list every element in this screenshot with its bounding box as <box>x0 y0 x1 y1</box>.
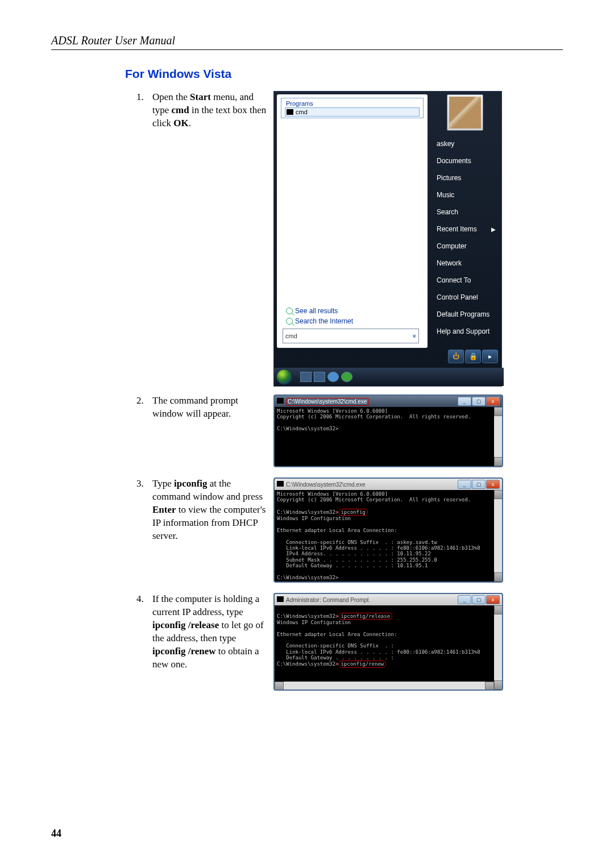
start-right-item[interactable]: Search <box>432 203 498 221</box>
taskbar-icon[interactable] <box>314 372 325 382</box>
search-icon <box>286 318 293 325</box>
start-right-item[interactable]: Connect To <box>432 272 498 289</box>
search-value: cmd <box>285 333 297 339</box>
start-search-box[interactable]: cmd × <box>283 329 419 343</box>
step-number: 1. <box>136 91 152 104</box>
start-right-item[interactable]: Network <box>432 255 498 272</box>
close-button[interactable]: x <box>486 595 500 604</box>
search-the-internet[interactable]: Search the Internet <box>286 317 353 325</box>
step-text: If the computer is holding a current IP … <box>152 593 273 671</box>
scrollbar-vertical[interactable] <box>494 490 502 582</box>
window-title: C:\Windows\system32\cmd.exe <box>286 398 369 406</box>
scrollbar-vertical[interactable] <box>494 605 502 690</box>
scrollbar-vertical[interactable] <box>494 407 502 466</box>
cmd-icon <box>287 109 293 115</box>
start-right-item[interactable]: Default Programs <box>432 306 498 323</box>
cmd-window-screenshot: Administrator: Command Prompt _▢x C:\Win… <box>273 593 503 691</box>
step-number: 3. <box>136 477 152 491</box>
section-title: For Windows Vista <box>125 67 563 81</box>
maximize-button[interactable]: ▢ <box>472 397 486 406</box>
cmd-icon <box>277 481 284 487</box>
page-header: ADSL Router User Manual <box>51 34 563 47</box>
step-text: Type ipconfig at the command window and … <box>152 477 273 543</box>
scrollbar-horizontal[interactable] <box>275 682 494 690</box>
close-button[interactable]: x <box>486 480 500 489</box>
maximize-button[interactable]: ▢ <box>472 595 486 604</box>
start-right-item[interactable]: Recent Items▶ <box>432 221 498 238</box>
ie-icon[interactable] <box>327 372 339 382</box>
cmd-output: C:\Windows\system32>ipconfig/release Win… <box>275 605 502 682</box>
page-number: 44 <box>51 828 61 840</box>
start-right-item[interactable]: Pictures <box>432 169 498 186</box>
shutdown-options-button[interactable]: ▸ <box>482 350 498 363</box>
programs-label: Programs <box>285 100 420 107</box>
cmd-output: Microsoft Windows [Version 6.0.6000] Cop… <box>275 407 502 466</box>
maximize-button[interactable]: ▢ <box>472 480 486 489</box>
start-right-item[interactable]: askey <box>432 135 498 152</box>
cmd-window-screenshot: C:\Windows\system32\cmd.exe _▢x Microsof… <box>273 477 503 583</box>
search-icon <box>286 308 293 314</box>
minimize-button[interactable]: _ <box>458 595 471 604</box>
close-button[interactable]: x <box>486 397 500 406</box>
step-number: 4. <box>136 593 152 606</box>
start-right-item[interactable]: Computer <box>432 238 498 255</box>
minimize-button[interactable]: _ <box>458 397 471 406</box>
window-title: C:\Windows\system32\cmd.exe <box>286 481 366 488</box>
minimize-button[interactable]: _ <box>458 480 471 489</box>
cmd-icon <box>277 596 284 602</box>
clear-search-icon[interactable]: × <box>413 333 416 339</box>
user-picture <box>449 97 481 128</box>
cmd-search-result[interactable]: cmd <box>285 107 420 117</box>
taskbar-icon[interactable] <box>300 372 312 382</box>
cmd-result-label: cmd <box>296 109 308 115</box>
step-text: The command prompt window will appear. <box>152 394 273 421</box>
user-picture-frame[interactable] <box>447 94 483 131</box>
see-all-results[interactable]: See all results <box>286 307 338 315</box>
power-button[interactable]: ⏻ <box>448 350 464 363</box>
cmd-icon <box>277 398 284 404</box>
taskbar <box>274 368 504 386</box>
start-right-item[interactable]: Help and Support <box>432 323 498 340</box>
wmp-icon[interactable] <box>341 372 352 382</box>
start-orb[interactable] <box>276 369 292 385</box>
cmd-window-screenshot: C:\Windows\system32\cmd.exe _▢x Microsof… <box>273 394 503 467</box>
cmd-output: Microsoft Windows [Version 6.0.6000] Cop… <box>275 490 502 582</box>
vista-start-menu-screenshot: Programs cmd See all results Search the … <box>273 91 502 387</box>
lock-button[interactable]: 🔒 <box>465 350 481 363</box>
start-right-item[interactable]: Documents <box>432 152 498 169</box>
start-right-item[interactable]: Control Panel <box>432 289 498 306</box>
start-right-item[interactable]: Music <box>432 186 498 203</box>
step-number: 2. <box>136 394 152 408</box>
step-text: Open the Start menu, and type cmd in the… <box>152 91 273 130</box>
header-rule <box>51 49 563 50</box>
chevron-right-icon: ▶ <box>491 226 496 232</box>
window-title: Administrator: Command Prompt <box>286 597 369 603</box>
